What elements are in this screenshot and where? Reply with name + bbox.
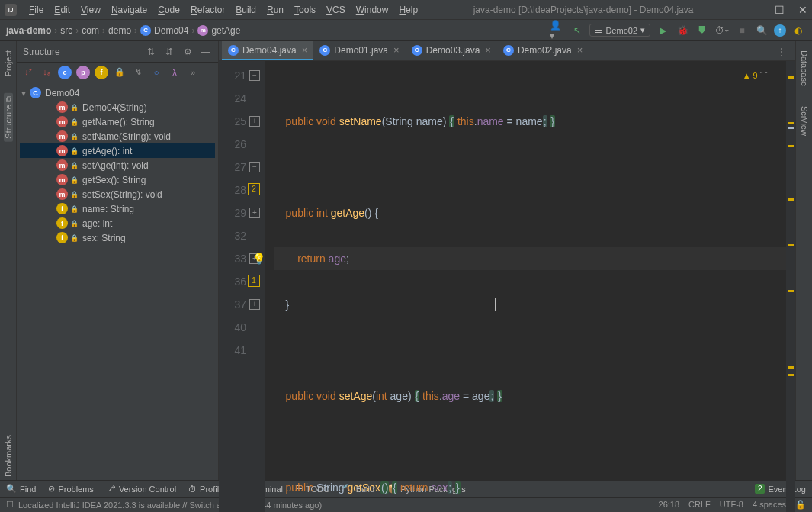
update-icon[interactable]: ↑ xyxy=(774,24,786,37)
structure-tool-tab[interactable]: Structure ⧉ xyxy=(4,93,13,142)
tree-class-label: Demo04 xyxy=(45,88,79,98)
fold-toggle-icon[interactable]: + xyxy=(249,208,260,218)
tree-class-node[interactable]: ▾ C Demo04 xyxy=(20,85,215,100)
usage-marker[interactable]: 1 xyxy=(248,275,260,287)
navbar: java-demo ›src ›com ›demo ›CDemo04 ›mget… xyxy=(0,20,812,41)
editor-tab[interactable]: CDemo02.java× xyxy=(497,41,589,60)
bottom-tool-version-control[interactable]: ⎇ Version Control xyxy=(106,484,176,494)
database-tool-tab[interactable]: Database xyxy=(800,47,809,89)
breadcrumb-part[interactable]: src xyxy=(60,25,72,36)
user-icon[interactable]: 👤▾ xyxy=(550,23,565,38)
stop-button[interactable]: ■ xyxy=(734,23,749,38)
fold-toggle-icon[interactable]: − xyxy=(249,162,260,172)
editor-tab[interactable]: CDemo01.java× xyxy=(313,41,405,60)
hide-icon[interactable]: — xyxy=(200,46,212,58)
anon-icon[interactable]: ○ xyxy=(149,66,163,79)
close-tab-icon[interactable]: × xyxy=(302,44,308,56)
sort-icon[interactable]: ↓ᶻ xyxy=(21,66,35,79)
bottom-tool-find[interactable]: 🔍 Find xyxy=(6,484,36,494)
intention-bulb-icon[interactable]: 💡 xyxy=(252,247,265,270)
settings-icon[interactable]: ⚙ xyxy=(181,46,194,58)
back-icon[interactable]: ↖ xyxy=(570,23,585,38)
lambda-icon[interactable]: λ xyxy=(168,66,181,79)
lock-icon: 🔒 xyxy=(70,205,79,213)
menu-help[interactable]: Help xyxy=(394,3,422,17)
project-tool-tab[interactable]: Project xyxy=(4,47,13,79)
editor-tab[interactable]: CDemo04.java× xyxy=(222,41,313,60)
more-icon[interactable]: » xyxy=(186,66,200,79)
breadcrumb-method[interactable]: getAge xyxy=(211,25,240,36)
debug-button[interactable]: 🐞 xyxy=(675,23,690,38)
ide-settings-icon[interactable]: ◐ xyxy=(791,23,806,38)
sciview-tool-tab[interactable]: SciView xyxy=(800,103,809,139)
tree-member[interactable]: m🔒getAge(): int xyxy=(20,143,215,158)
breadcrumb-class[interactable]: Demo04 xyxy=(154,25,188,36)
inspection-widget[interactable]: ▲9 ˆ ˇ xyxy=(743,64,768,87)
coverage-button[interactable]: ⛊ xyxy=(695,23,710,38)
menu-view[interactable]: View xyxy=(76,3,105,17)
lock-icon: 🔒 xyxy=(70,234,79,242)
expand-all-icon[interactable]: ⇅ xyxy=(145,46,157,58)
sort2-icon[interactable]: ↓ₐ xyxy=(40,66,53,79)
minimize-button[interactable]: — xyxy=(750,4,761,16)
menu-edit[interactable]: Edit xyxy=(50,3,75,17)
tree-member[interactable]: m🔒Demo04(String) xyxy=(20,100,215,114)
usage-marker[interactable]: 2 xyxy=(248,183,260,195)
breadcrumb-part[interactable]: demo xyxy=(108,25,131,36)
menu-run[interactable]: Run xyxy=(262,3,288,17)
field-icon: f xyxy=(56,232,68,243)
fold-toggle-icon[interactable]: + xyxy=(249,116,260,127)
breadcrumb-project[interactable]: java-demo xyxy=(6,25,51,36)
breadcrumb-part[interactable]: com xyxy=(82,25,99,36)
run-button[interactable]: ▶ xyxy=(655,23,670,38)
menu-vcs[interactable]: VCS xyxy=(322,3,350,17)
error-stripe[interactable] xyxy=(786,61,795,512)
tree-member[interactable]: f🔒name: String xyxy=(20,201,215,216)
lock-icon[interactable]: 🔒 xyxy=(113,66,127,79)
menu-navigate[interactable]: Navigate xyxy=(107,3,152,17)
tabs-more-icon[interactable]: ⋮ xyxy=(771,43,792,60)
close-tab-icon[interactable]: × xyxy=(485,44,491,56)
code-area[interactable]: ▲9 ˆ ˇ public void setName(String name) … xyxy=(265,61,786,512)
profile-button[interactable]: ⏱▾ xyxy=(714,23,730,38)
tree-member[interactable]: m🔒getName(): String xyxy=(20,114,215,129)
run-config-selector[interactable]: ☰ Demo02 ▾ xyxy=(589,24,650,37)
filter-field-icon[interactable]: f xyxy=(95,66,108,79)
menu-file[interactable]: File xyxy=(24,3,48,17)
menu-build[interactable]: Build xyxy=(231,3,261,17)
breadcrumb[interactable]: java-demo ›src ›com ›demo ›CDemo04 ›mget… xyxy=(6,25,240,36)
tree-member[interactable]: m🔒setName(String): void xyxy=(20,129,215,143)
readonly-lock-icon[interactable]: 🔓 xyxy=(795,500,806,510)
tree-member[interactable]: f🔒age: int xyxy=(20,216,215,230)
editor-tab[interactable]: CDemo03.java× xyxy=(406,41,497,60)
prev-highlight-icon[interactable]: ˆ xyxy=(760,64,763,87)
maximize-button[interactable]: ☐ xyxy=(775,4,785,16)
main-menu: FileEditViewNavigateCodeRefactorBuildRun… xyxy=(24,3,422,17)
close-tab-icon[interactable]: × xyxy=(393,44,400,56)
fold-toggle-icon[interactable]: − xyxy=(249,70,260,81)
inherit-icon[interactable]: ↯ xyxy=(131,66,145,79)
tree-member[interactable]: f🔒sex: String xyxy=(20,230,215,245)
menu-code[interactable]: Code xyxy=(153,3,185,17)
right-tool-strip: Database SciView xyxy=(795,41,812,480)
bottom-tool-problems[interactable]: ⊘ Problems xyxy=(48,484,93,494)
method-icon: m xyxy=(56,101,68,113)
fold-toggle-icon[interactable]: + xyxy=(249,299,260,310)
status-icon[interactable]: ☐ xyxy=(6,500,14,510)
close-button[interactable]: ✕ xyxy=(798,4,807,16)
menu-tools[interactable]: Tools xyxy=(290,3,320,17)
bookmarks-tool-tab[interactable]: Bookmarks xyxy=(4,432,13,480)
tree-member[interactable]: m🔒getSex(): String xyxy=(20,172,215,187)
next-highlight-icon[interactable]: ˇ xyxy=(765,64,768,87)
editor-tabs: CDemo04.java×CDemo01.java×CDemo03.java×C… xyxy=(219,41,795,61)
filter-class-icon[interactable]: c xyxy=(58,66,72,79)
tree-member[interactable]: m🔒setAge(int): void xyxy=(20,158,215,172)
menu-window[interactable]: Window xyxy=(351,3,393,17)
search-everywhere-button[interactable]: 🔍 xyxy=(754,23,769,38)
close-tab-icon[interactable]: × xyxy=(577,44,583,56)
tree-member[interactable]: m🔒setSex(String): void xyxy=(20,187,215,201)
menu-refactor[interactable]: Refactor xyxy=(186,3,229,17)
lock-icon: 🔒 xyxy=(70,176,79,184)
collapse-all-icon[interactable]: ⇵ xyxy=(163,46,175,58)
filter-prop-icon[interactable]: p xyxy=(76,66,90,79)
